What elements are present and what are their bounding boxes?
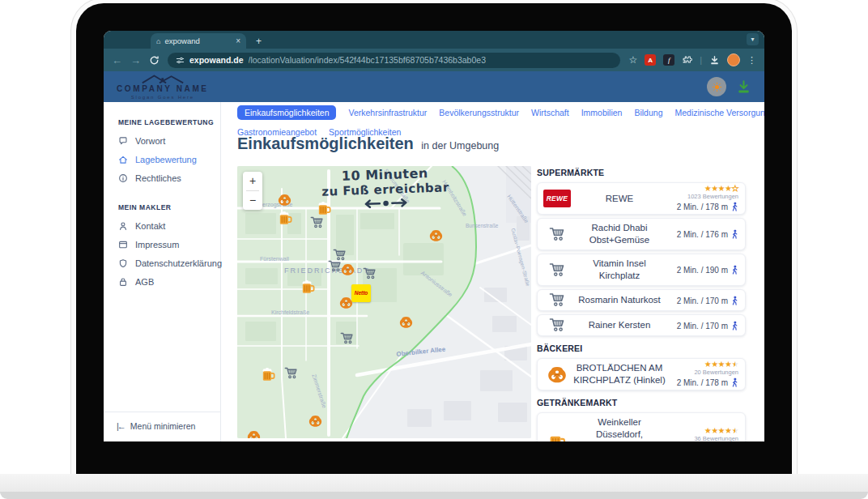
sidebar-item-rechtliches[interactable]: Rechtliches	[118, 168, 220, 187]
browser-toolbar: ← → expowand.de /locationValuation/index…	[104, 49, 764, 71]
map-marker-cart[interactable]	[328, 259, 342, 273]
sidebar-item-vorwort[interactable]: Vorwort	[118, 131, 220, 150]
reload-button[interactable]	[149, 55, 160, 66]
sidebar-item-kontakt[interactable]: Kontakt	[118, 216, 220, 235]
district-label: FRIEDRICHSTADT	[284, 267, 370, 275]
tab-medizinische-versorgung[interactable]: Medizinische Versorgung	[674, 105, 764, 120]
url-bar[interactable]: expowand.de /locationValuation/index/542…	[168, 53, 620, 68]
review-count: 1023 Bewertungen	[687, 193, 738, 200]
browser-tab[interactable]: ⌂ expowand ×	[151, 33, 246, 49]
tab-bevoelkerungsstruktur[interactable]: Bevölkerungsstruktur	[439, 105, 519, 120]
sidebar-item-impressum[interactable]: Impressum	[118, 235, 220, 254]
map-marker-cart[interactable]	[363, 267, 377, 280]
zoom-in-button[interactable]: +	[243, 172, 262, 190]
tab-verkehrsinfrastruktur[interactable]: Verkehrsinfrastruktur	[348, 105, 427, 120]
place-name: Rosmarin Naturkost	[572, 292, 667, 308]
lock-icon	[118, 277, 128, 287]
map-marker-cart[interactable]	[340, 331, 354, 345]
walking-icon	[731, 296, 738, 306]
map-marker-pretzel[interactable]	[341, 262, 355, 276]
map-marker-pretzel[interactable]	[247, 429, 261, 438]
tab-bildung[interactable]: Bildung	[634, 105, 662, 120]
map-marker-netto[interactable]: Netto	[351, 284, 371, 302]
back-button[interactable]: ←	[112, 55, 122, 66]
bookmark-star-icon[interactable]: ☆	[628, 54, 637, 66]
extensions-puzzle-icon[interactable]	[682, 55, 692, 66]
map-marker-beer[interactable]	[300, 279, 316, 295]
map-marker-pretzel[interactable]	[278, 193, 291, 207]
section-title-supermaerkte: SUPERMÄRKTE	[537, 168, 746, 177]
cart-icon	[542, 226, 572, 242]
profile-avatar[interactable]	[727, 53, 740, 66]
distance-label: 2 Min. / 178 m	[677, 378, 728, 387]
pretzel-icon	[542, 365, 572, 384]
place-row-drinks[interactable]: Weinkeller Düsseldorf, Mövenpick Wein & …	[537, 412, 746, 441]
map-marker-cart[interactable]	[310, 215, 324, 229]
place-row[interactable]: Vitamin Insel Kirchplatz 2 Min. / 190 m	[537, 254, 746, 286]
sidebar-item-lagebewertung[interactable]: Lagebewertung	[118, 150, 220, 168]
distance-label: 2 Min. / 178 m	[677, 203, 728, 211]
site-settings-icon[interactable]	[176, 56, 185, 65]
sidebar-section-title: MEINE LAGEBEWERTUNG	[118, 118, 220, 126]
map-marker-cart[interactable]	[284, 366, 298, 380]
map-marker-beer[interactable]	[261, 367, 276, 382]
sidebar-item-label: Rechtliches	[135, 173, 181, 183]
street-label: Kirchfeldstraße	[271, 309, 309, 315]
company-logo[interactable]: COMPANY NAME Slogan Goes Here	[117, 74, 209, 100]
tab-einkaufsmoeglichkeiten[interactable]: Einkaufsmöglichkeiten	[237, 105, 336, 120]
font-extension-icon[interactable]: f	[663, 54, 674, 66]
places-panel: SUPERMÄRKTE REWE REWE ★★★★★ 1023 Bewertu…	[537, 160, 746, 441]
map[interactable]: Herzogstraße Fürstenwall Kirchfeldstraße…	[237, 166, 531, 438]
distance-label: 2 Min. / 176 m	[677, 230, 728, 239]
new-tab-button[interactable]: +	[256, 36, 262, 46]
tab-search-chevron-button[interactable]: ▾	[747, 33, 759, 45]
theme-toggle-button[interactable]	[707, 77, 726, 96]
map-marker-beer[interactable]	[278, 211, 293, 226]
roofline-icon	[138, 74, 187, 84]
place-row[interactable]: Rainer Kersten 2 Min. / 170 m	[537, 314, 746, 336]
page-subtitle: in der Umgebung	[421, 140, 499, 151]
collapse-arrow-icon: |←	[117, 421, 125, 431]
map-marker-pretzel[interactable]	[399, 315, 413, 329]
cart-icon	[542, 317, 572, 333]
distance-label: 2 Min. / 170 m	[677, 296, 728, 305]
chat-icon	[118, 136, 128, 146]
downloads-icon[interactable]	[709, 55, 720, 66]
cart-icon	[542, 262, 572, 278]
person-icon	[118, 221, 128, 231]
place-row[interactable]: Rachid Dhabi Obst+Gemüse 2 Min. / 176 m	[537, 218, 746, 250]
company-name: COMPANY NAME	[117, 85, 209, 93]
review-count: 36 Bewertungen	[694, 435, 738, 441]
place-name: Weinkeller Düsseldorf, Mövenpick Wein & …	[572, 415, 667, 441]
pdf-extension-icon[interactable]: A	[645, 54, 656, 66]
toolbar-divider: |	[700, 55, 702, 65]
distance-label: 2 Min. / 170 m	[677, 322, 728, 331]
place-row-rewe[interactable]: REWE REWE ★★★★★ 1023 Bewertungen 2 Min. …	[537, 182, 746, 215]
tab-immobilien[interactable]: Immobilien	[581, 105, 623, 120]
sidebar-item-datenschutz[interactable]: Datenschutzerklärung	[118, 254, 220, 272]
download-report-button[interactable]	[736, 79, 751, 95]
rewe-logo: REWE	[542, 190, 572, 207]
place-row-bakery[interactable]: BROTLÄDCHEN AM KIRCHPLATZ (Hinkel) ★★★★★…	[537, 358, 746, 390]
sidebar-item-agb[interactable]: AGB	[118, 272, 220, 291]
sun-icon	[712, 82, 722, 92]
map-marker-pretzel[interactable]	[339, 296, 353, 309]
map-marker-pretzel[interactable]	[308, 414, 322, 428]
sidebar-item-label: AGB	[135, 277, 154, 287]
place-name: Rainer Kersten	[572, 318, 667, 333]
tab-close-icon[interactable]: ×	[236, 36, 240, 45]
browser-menu-icon[interactable]: ⋮	[747, 55, 756, 66]
tab-wirtschaft[interactable]: Wirtschaft	[531, 105, 569, 120]
place-name: REWE	[572, 191, 667, 207]
sidebar-item-label: Impressum	[135, 240, 179, 250]
zoom-out-button[interactable]: −	[243, 191, 262, 210]
map-marker-pretzel[interactable]	[429, 228, 443, 242]
forward-button[interactable]: →	[130, 55, 141, 66]
review-count: 20 Bewertungen	[694, 369, 738, 376]
sidebar-item-label: Lagebewertung	[135, 155, 197, 164]
place-name: Rachid Dhabi Obst+Gemüse	[572, 220, 667, 248]
beer-icon	[542, 431, 572, 441]
walking-icon	[731, 377, 738, 388]
place-row[interactable]: Rosmarin Naturkost 2 Min. / 170 m	[537, 289, 746, 311]
sidebar-collapse-button[interactable]: |← Menü minimieren	[104, 412, 220, 441]
